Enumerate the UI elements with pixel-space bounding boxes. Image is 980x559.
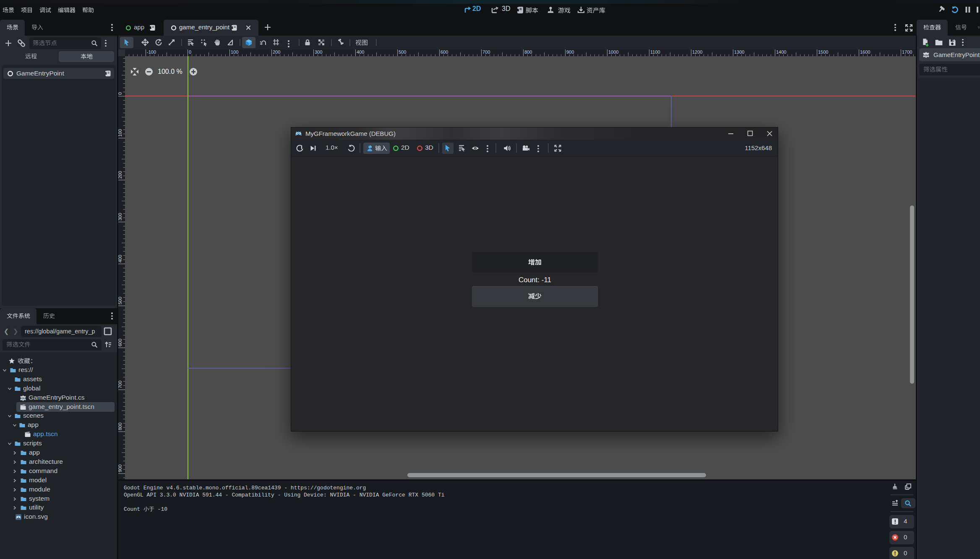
svg-text:cs: cs: [21, 397, 25, 400]
svg-text:1400: 1400: [776, 49, 786, 55]
svg-text:600: 600: [440, 49, 448, 55]
svg-text:0: 0: [118, 92, 122, 95]
svg-text:800: 800: [524, 49, 532, 55]
svg-text:500: 500: [399, 49, 406, 55]
svg-text:1500: 1500: [818, 49, 828, 55]
svg-text:300: 300: [315, 49, 322, 55]
svg-text:500: 500: [118, 297, 122, 304]
svg-text:1100: 1100: [650, 49, 660, 55]
svg-text:1600: 1600: [860, 49, 870, 55]
svg-text:1000: 1000: [608, 49, 618, 55]
svg-text:600: 600: [118, 339, 122, 346]
svg-text:0: 0: [189, 49, 191, 55]
svg-text:200: 200: [273, 49, 280, 55]
svg-text:1300: 1300: [734, 49, 744, 55]
svg-text:cs: cs: [924, 53, 928, 57]
svg-text:900: 900: [566, 49, 574, 55]
svg-text:800: 800: [118, 423, 122, 430]
svg-text:1200: 1200: [692, 49, 702, 55]
svg-text:200: 200: [118, 171, 122, 179]
svg-text:400: 400: [357, 49, 364, 55]
svg-text:100: 100: [231, 49, 238, 55]
svg-text:-100: -100: [147, 49, 156, 55]
svg-text:1700: 1700: [902, 49, 912, 55]
svg-text:700: 700: [118, 381, 122, 388]
svg-text:300: 300: [118, 213, 122, 221]
svg-text:400: 400: [118, 255, 122, 263]
svg-text:900: 900: [118, 465, 122, 472]
svg-text:700: 700: [482, 49, 490, 55]
svg-text:100: 100: [118, 129, 122, 137]
